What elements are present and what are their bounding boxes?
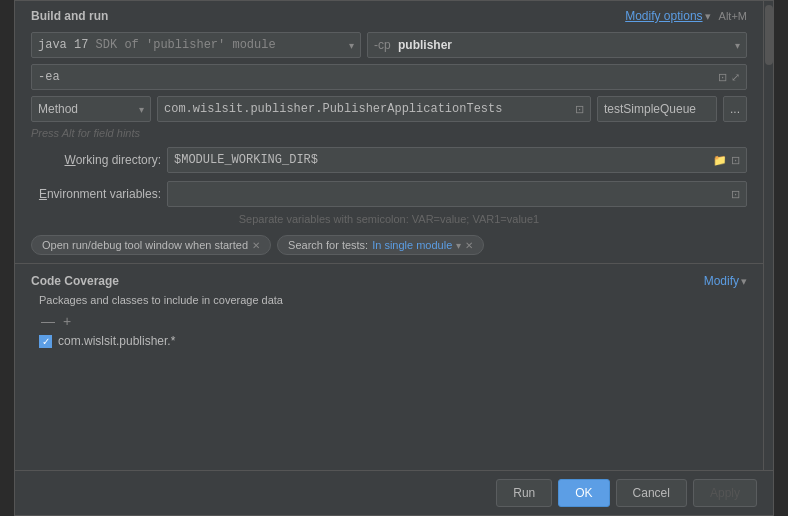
- method-arrow: ▾: [139, 104, 144, 115]
- coverage-desc: Packages and classes to include in cover…: [15, 292, 763, 310]
- cancel-button[interactable]: Cancel: [616, 479, 687, 507]
- tag-search-link[interactable]: In single module: [372, 239, 452, 251]
- class-value: com.wislsit.publisher.PublisherApplicati…: [164, 102, 502, 116]
- code-coverage-title: Code Coverage: [31, 274, 119, 288]
- coverage-add-btn[interactable]: +: [61, 312, 73, 330]
- working-dir-icons: 📁 ⊡: [713, 154, 740, 167]
- working-dir-value: $MODULE_WORKING_DIR$: [174, 153, 318, 167]
- bottom-bar: Run OK Cancel Apply: [15, 470, 773, 515]
- java-dropdown[interactable]: java 17 SDK of 'publisher' module ▾: [31, 32, 361, 58]
- tag-search-tests: Search for tests: In single module ▾ ✕: [277, 235, 484, 255]
- method-row: Method ▾ com.wislsit.publisher.Publisher…: [15, 93, 763, 125]
- java-dropdown-value: java 17 SDK of 'publisher' module: [38, 38, 276, 52]
- build-run-header: Build and run Modify options ▾ Alt+M: [15, 1, 763, 29]
- coverage-item-checkbox[interactable]: ✓: [39, 335, 52, 348]
- cp-dropdown[interactable]: -cp publisher ▾: [367, 32, 747, 58]
- code-coverage-header: Code Coverage Modify ▾: [15, 263, 763, 292]
- env-vars-row: Environment variables: ⊡: [15, 177, 763, 211]
- cp-dropdown-arrow: ▾: [735, 40, 740, 51]
- test-method-input[interactable]: testSimpleQueue: [597, 96, 717, 122]
- working-dir-copy-icon[interactable]: ⊡: [731, 154, 740, 167]
- ea-copy-icon[interactable]: ⊡: [718, 71, 727, 84]
- tag-search-chevron: ▾: [456, 240, 461, 251]
- cp-value: publisher: [398, 38, 452, 52]
- method-value: Method: [38, 102, 78, 116]
- class-browse-icon[interactable]: ⊡: [575, 103, 584, 116]
- modify-link-container: Modify ▾: [704, 274, 747, 288]
- more-options-btn[interactable]: ...: [723, 96, 747, 122]
- java-dropdown-arrow: ▾: [349, 40, 354, 51]
- modify-chevron: ▾: [741, 275, 747, 288]
- folder-icon[interactable]: 📁: [713, 154, 727, 167]
- java-row: java 17 SDK of 'publisher' module ▾ -cp …: [15, 29, 763, 61]
- coverage-item-label: com.wislsit.publisher.*: [58, 334, 175, 348]
- test-method-value: testSimpleQueue: [604, 102, 696, 116]
- checkmark-icon: ✓: [42, 336, 50, 347]
- env-vars-icon[interactable]: ⊡: [731, 188, 740, 201]
- tags-row: Open run/debug tool window when started …: [15, 231, 763, 259]
- tag-open-tool-window: Open run/debug tool window when started …: [31, 235, 271, 255]
- scrollbar[interactable]: [763, 1, 773, 515]
- tag-close-icon[interactable]: ✕: [252, 240, 260, 251]
- coverage-item-row: ✓ com.wislsit.publisher.*: [15, 332, 763, 350]
- ea-field[interactable]: -ea ⊡ ⤢: [31, 64, 747, 90]
- ea-row: -ea ⊡ ⤢: [15, 61, 763, 93]
- field-hint: Press Alt for field hints: [15, 125, 763, 143]
- content-area: Build and run Modify options ▾ Alt+M jav…: [15, 1, 763, 350]
- env-vars-label: Environment variables:: [31, 187, 161, 201]
- tag-label: Open run/debug tool window when started: [42, 239, 248, 251]
- scrollbar-thumb[interactable]: [765, 5, 773, 65]
- section-title: Build and run: [31, 9, 108, 23]
- ok-button[interactable]: OK: [558, 479, 609, 507]
- tag-search-label: Search for tests:: [288, 239, 368, 251]
- working-dir-label: Working directory:: [31, 153, 161, 167]
- tag-search-close-icon[interactable]: ✕: [465, 240, 473, 251]
- class-input[interactable]: com.wislsit.publisher.PublisherApplicati…: [157, 96, 591, 122]
- method-dropdown[interactable]: Method ▾: [31, 96, 151, 122]
- modify-options-link[interactable]: Modify options: [625, 9, 702, 23]
- working-dir-input[interactable]: $MODULE_WORKING_DIR$ 📁 ⊡: [167, 147, 747, 173]
- coverage-remove-btn[interactable]: —: [39, 312, 57, 330]
- apply-button[interactable]: Apply: [693, 479, 757, 507]
- env-vars-input[interactable]: ⊡: [167, 181, 747, 207]
- ea-icons: ⊡ ⤢: [718, 71, 740, 84]
- run-button[interactable]: Run: [496, 479, 552, 507]
- main-dialog: Build and run Modify options ▾ Alt+M jav…: [14, 0, 774, 516]
- env-hint: Separate variables with semicolon: VAR=v…: [15, 211, 763, 231]
- ea-expand-icon[interactable]: ⤢: [731, 71, 740, 84]
- modify-link[interactable]: Modify: [704, 274, 739, 288]
- modify-options-container: Modify options ▾ Alt+M: [625, 9, 747, 23]
- coverage-toolbar: — +: [15, 310, 763, 332]
- ea-value: -ea: [38, 70, 60, 84]
- cp-content: -cp publisher: [374, 38, 452, 52]
- modify-options-shortcut: Alt+M: [719, 10, 747, 22]
- working-dir-row: Working directory: $MODULE_WORKING_DIR$ …: [15, 143, 763, 177]
- modify-options-chevron: ▾: [705, 10, 711, 23]
